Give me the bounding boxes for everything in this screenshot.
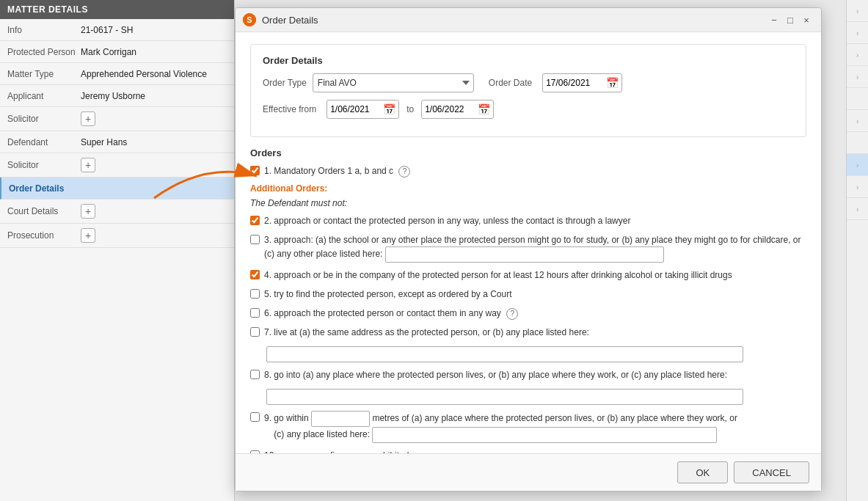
protected-person-label: Protected Person — [7, 47, 81, 57]
to-calendar-icon[interactable]: 📅 — [478, 103, 490, 115]
maximize-button[interactable]: □ — [783, 12, 798, 27]
matter-type-value: Apprehended Personal Violence — [81, 69, 207, 79]
cancel-button[interactable]: CANCEL — [734, 461, 809, 483]
matter-row-solicitor-defendant[interactable]: Solicitor + — [0, 153, 234, 178]
right-arrow-5 — [847, 88, 868, 110]
orders-header: Orders — [250, 147, 806, 158]
mandatory-order-item: 1. Mandatory Orders 1 a, b and c ? — [250, 164, 806, 178]
effective-from-label: Effective from — [263, 104, 316, 114]
right-arrow-2[interactable]: › — [847, 22, 868, 44]
order-9-metres-input[interactable] — [311, 411, 370, 427]
matter-row-applicant: Applicant Jeremy Usborne — [0, 85, 234, 107]
matter-row-order-details[interactable]: Order Details — [0, 178, 234, 200]
order-details-label: Order Details — [9, 183, 82, 194]
add-court-details-button[interactable]: + — [81, 204, 95, 219]
to-input[interactable] — [425, 104, 476, 114]
effective-from-input[interactable] — [330, 104, 382, 114]
panel-header: MATTER DETAILS — [0, 0, 234, 19]
modal-titlebar: S Order Details − □ × — [236, 8, 821, 32]
order-item-4: 4. approach or be in the company of the … — [250, 268, 806, 282]
right-arrow-4[interactable]: › — [847, 66, 868, 88]
order-date-calendar-icon[interactable]: 📅 — [606, 77, 619, 89]
close-button[interactable]: × — [799, 12, 814, 27]
order-9-text: 9. go within metres of (a) any place whe… — [264, 411, 737, 443]
mandatory-order-text: 1. Mandatory Orders 1 a, b and c ? — [264, 164, 410, 178]
right-arrow-10[interactable]: › — [847, 198, 868, 220]
effective-from-row: Effective from 📅 to 📅 — [263, 100, 794, 119]
order-6-text: 6. approach the protected person or cont… — [264, 307, 518, 320]
add-solicitor-applicant-button[interactable]: + — [81, 111, 95, 126]
order-5-checkbox[interactable] — [250, 289, 260, 299]
right-arrow-3[interactable]: › — [847, 44, 868, 66]
order-8-checkbox[interactable] — [250, 370, 260, 379]
svg-text:S: S — [247, 15, 252, 24]
matter-row-protected-person: Protected Person Mark Corrigan — [0, 41, 234, 63]
right-arrow-7 — [847, 132, 868, 154]
matter-row-defendant: Defendant Super Hans — [0, 131, 234, 153]
order-4-text: 4. approach or be in the company of the … — [264, 268, 732, 282]
order-type-label: Order Type — [263, 78, 307, 88]
court-details-label: Court Details — [7, 206, 81, 216]
order-details-modal: S Order Details − □ × Order Details Orde… — [235, 7, 822, 491]
order-7-text: 7. live at (a) the same address as the p… — [264, 326, 589, 339]
right-arrow-1[interactable]: › — [847, 0, 868, 22]
applicant-label: Applicant — [7, 91, 81, 101]
modal-title: Order Details — [262, 15, 765, 26]
modal-content: Order Details Order Type Final AVO Inter… — [236, 32, 821, 453]
ok-button[interactable]: OK — [677, 461, 728, 483]
order-item-6: 6. approach the protected person or cont… — [250, 307, 806, 320]
order-4-checkbox[interactable] — [250, 270, 260, 279]
order-6-help-icon[interactable]: ? — [506, 308, 518, 320]
mandatory-order-checkbox[interactable] — [250, 166, 260, 175]
prosecution-label: Prosecution — [7, 230, 81, 241]
protected-person-value: Mark Corrigan — [81, 47, 136, 57]
order-item-7: 7. live at (a) the same address as the p… — [250, 326, 806, 362]
orders-section: Orders 1. Mandatory Orders 1 a, b and c … — [250, 147, 806, 453]
order-details-section: Order Details Order Type Final AVO Inter… — [250, 44, 806, 137]
defendant-must-not: The Defendant must not: — [250, 198, 806, 208]
order-8-input[interactable] — [266, 389, 743, 405]
add-solicitor-defendant-button[interactable]: + — [81, 158, 95, 172]
to-field[interactable]: 📅 — [421, 100, 494, 119]
applicant-value: Jeremy Usborne — [81, 91, 145, 101]
right-arrow-8[interactable]: › — [847, 154, 868, 176]
order-3-input[interactable] — [385, 246, 664, 263]
matter-row-court-details[interactable]: Court Details + — [0, 200, 234, 224]
defendant-label: Defendant — [7, 137, 81, 147]
solicitor-applicant-label: Solicitor — [7, 114, 81, 124]
order-type-select[interactable]: Final AVO Interim AVO ADVO — [313, 73, 474, 92]
order-2-checkbox[interactable] — [250, 216, 260, 225]
order-date-input[interactable] — [546, 78, 605, 88]
order-item-9: 9. go within metres of (a) any place whe… — [250, 411, 806, 443]
order-details-section-header: Order Details — [263, 55, 794, 66]
right-arrow-6[interactable]: › — [847, 110, 868, 132]
order-3-text: 3. approach: (a) the school or any other… — [264, 233, 806, 263]
matter-row-matter-type: Matter Type Apprehended Personal Violenc… — [0, 63, 234, 85]
right-arrow-9[interactable]: › — [847, 176, 868, 198]
order-3-checkbox[interactable] — [250, 235, 260, 244]
mandatory-order-help-icon[interactable]: ? — [398, 166, 410, 178]
order-type-row: Order Type Final AVO Interim AVO ADVO Or… — [263, 73, 794, 92]
order-6-checkbox[interactable] — [250, 308, 260, 318]
solicitor-defendant-label: Solicitor — [7, 160, 81, 170]
add-prosecution-button[interactable]: + — [81, 228, 95, 243]
order-2-text: 2. approach or contact the protected per… — [264, 214, 630, 227]
app-icon: S — [243, 13, 256, 26]
order-item-2: 2. approach or contact the protected per… — [250, 214, 806, 227]
order-9-place-input[interactable] — [372, 427, 717, 443]
order-7-checkbox[interactable] — [250, 327, 260, 337]
order-7-input[interactable] — [266, 346, 743, 362]
effective-from-calendar-icon[interactable]: 📅 — [383, 103, 395, 115]
right-panel-col: › › › › › › › › — [846, 0, 868, 501]
left-panel: MATTER DETAILS Info 21-0617 - SH Protect… — [0, 0, 235, 501]
matter-row-prosecution[interactable]: Prosecution + — [0, 224, 234, 248]
modal-footer: OK CANCEL — [236, 453, 821, 491]
matter-row-solicitor-applicant[interactable]: Solicitor + — [0, 107, 234, 131]
effective-from-field[interactable]: 📅 — [327, 100, 399, 119]
order-9-checkbox[interactable] — [250, 412, 260, 422]
order-date-field[interactable]: 📅 — [542, 73, 622, 92]
minimize-button[interactable]: − — [767, 12, 781, 27]
defendant-value: Super Hans — [81, 137, 127, 147]
order-8-text: 8. go into (a) any place where the prote… — [264, 368, 727, 381]
info-value: 21-0617 - SH — [81, 25, 133, 35]
